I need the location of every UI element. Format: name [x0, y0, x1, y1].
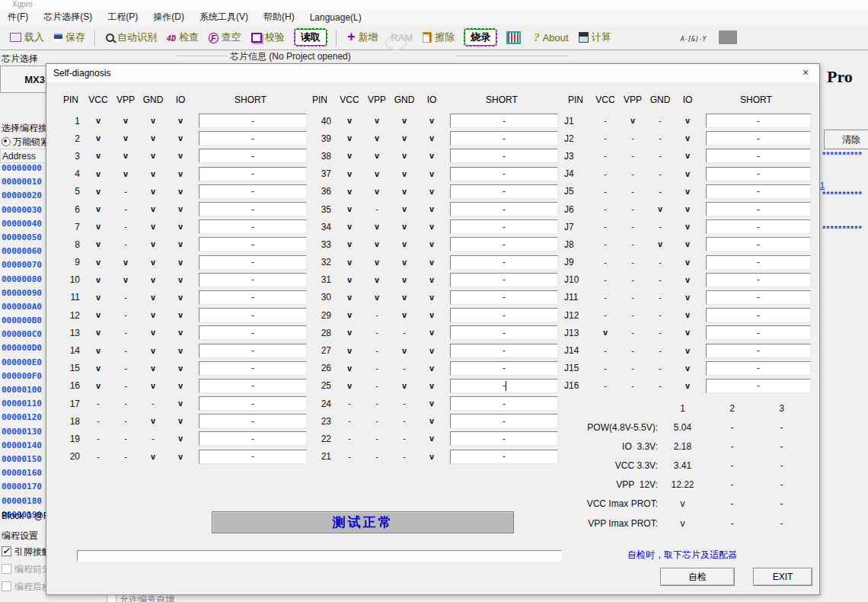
- address-row[interactable]: 00000110: [2, 399, 46, 412]
- address-row[interactable]: 000000A0: [2, 302, 46, 315]
- menu-item[interactable]: 帮助(H): [256, 11, 302, 24]
- toolbar-button-校验[interactable]: 校验: [251, 30, 285, 44]
- short-field[interactable]: -: [450, 149, 558, 163]
- clear-button[interactable]: 清除: [824, 130, 868, 149]
- address-row[interactable]: 000000B0: [2, 315, 46, 329]
- menu-item[interactable]: 件(F): [0, 11, 36, 24]
- address-row[interactable]: 00000040: [2, 219, 46, 232]
- short-field[interactable]: -: [706, 379, 811, 393]
- toolbar-button-擦除[interactable]: 擦除: [423, 30, 455, 44]
- short-field[interactable]: -: [199, 361, 307, 376]
- short-field[interactable]: -: [450, 273, 558, 287]
- toolbar-button-烧录[interactable]: 烧录: [464, 29, 496, 46]
- short-field[interactable]: -: [450, 184, 558, 199]
- short-field[interactable]: -: [199, 414, 307, 428]
- interface-radio[interactable]: 万能锁紧: [2, 136, 46, 149]
- short-field[interactable]: -: [706, 184, 811, 199]
- short-field[interactable]: -: [706, 131, 811, 146]
- short-field[interactable]: -: [706, 273, 811, 287]
- address-row[interactable]: 00000070: [2, 260, 46, 274]
- address-row[interactable]: 000000D0: [2, 343, 46, 357]
- toolbar-button-查空[interactable]: 查空: [209, 30, 241, 44]
- short-field[interactable]: -: [199, 273, 307, 287]
- short-field[interactable]: -: [199, 237, 307, 251]
- short-field[interactable]: -: [450, 344, 558, 358]
- short-field[interactable]: -: [199, 184, 307, 199]
- address-row[interactable]: 00000080: [2, 274, 46, 288]
- short-field[interactable]: -: [450, 414, 558, 428]
- menu-item[interactable]: 芯片选择(S): [36, 11, 100, 24]
- menu-item[interactable]: 系统工具(V): [192, 11, 256, 24]
- short-field[interactable]: -: [706, 361, 811, 376]
- toolbar-button-新增[interactable]: 新增: [347, 30, 378, 44]
- checkbox-erase-before[interactable]: 编程前先: [2, 563, 46, 576]
- short-field[interactable]: -: [199, 255, 307, 270]
- short-field[interactable]: -: [199, 167, 307, 181]
- checkbox-verify-after[interactable]: 编程后校验: [2, 581, 46, 594]
- toolbar-button-检查[interactable]: 检查: [167, 30, 199, 44]
- short-field[interactable]: -: [450, 167, 558, 181]
- short-field[interactable]: -: [706, 202, 811, 216]
- short-field[interactable]: -: [199, 114, 307, 128]
- short-field[interactable]: -: [450, 114, 558, 128]
- address-row[interactable]: 000000F0: [2, 371, 46, 385]
- address-row[interactable]: 00000010: [2, 177, 46, 191]
- short-field[interactable]: -: [706, 255, 811, 270]
- short-field[interactable]: -: [199, 308, 307, 322]
- toolbar-button-载入[interactable]: 载入: [10, 30, 44, 44]
- menu-item[interactable]: 操作(D): [145, 11, 192, 24]
- short-field[interactable]: -: [199, 149, 307, 163]
- short-field[interactable]: -: [706, 149, 811, 163]
- short-field[interactable]: -: [450, 131, 558, 146]
- short-field[interactable]: -: [450, 396, 558, 411]
- short-field[interactable]: -: [199, 379, 307, 393]
- toolbar-button-计算[interactable]: 计算: [579, 30, 611, 44]
- close-icon[interactable]: ×: [799, 66, 812, 78]
- toolbar-button-tv-icon[interactable]: [719, 30, 740, 44]
- short-field[interactable]: -: [450, 379, 558, 393]
- toolbar-button-读取[interactable]: 读取: [295, 29, 327, 46]
- short-field[interactable]: -: [450, 450, 558, 464]
- toolbar-button-保存[interactable]: 保存: [54, 30, 85, 44]
- short-field[interactable]: -: [706, 325, 811, 340]
- address-row[interactable]: 00000100: [2, 385, 46, 399]
- short-field[interactable]: -: [450, 290, 558, 305]
- short-field[interactable]: -: [450, 431, 558, 446]
- self-check-button[interactable]: 自检: [660, 568, 735, 586]
- short-field[interactable]: -: [199, 344, 307, 358]
- short-field[interactable]: -: [450, 308, 558, 322]
- address-row[interactable]: 00000150: [2, 454, 46, 468]
- address-row[interactable]: 00000180: [2, 496, 46, 510]
- short-field[interactable]: -: [706, 167, 811, 181]
- short-field[interactable]: -: [706, 344, 811, 358]
- chip-select-button[interactable]: MX3: [0, 66, 46, 93]
- address-row[interactable]: 00000170: [2, 482, 46, 495]
- toolbar-button-ic-socket-icon[interactable]: [506, 31, 524, 44]
- short-field[interactable]: -: [199, 325, 307, 340]
- address-row[interactable]: 000000C0: [2, 329, 46, 343]
- address-row[interactable]: 00000120: [2, 412, 46, 426]
- short-field[interactable]: -: [199, 431, 307, 446]
- address-row[interactable]: 00000060: [2, 246, 46, 260]
- address-row[interactable]: 00000050: [2, 232, 46, 246]
- short-field[interactable]: -: [199, 290, 307, 305]
- short-field[interactable]: -: [706, 308, 811, 322]
- address-row[interactable]: 00000090: [2, 288, 46, 302]
- address-row[interactable]: 00000000: [2, 163, 46, 177]
- checkbox-pin-contact[interactable]: 引脚接触: [2, 546, 46, 559]
- menu-item[interactable]: 工程(P): [100, 11, 145, 24]
- short-field[interactable]: -: [199, 202, 307, 216]
- toolbar-button-About[interactable]: About: [534, 31, 568, 44]
- address-row[interactable]: 000000E0: [2, 357, 46, 371]
- address-row[interactable]: 00000160: [2, 468, 46, 482]
- address-row[interactable]: 00000020: [2, 191, 46, 204]
- short-field[interactable]: -: [706, 219, 811, 234]
- address-row[interactable]: 00000130: [2, 427, 46, 440]
- toolbar-button-logic-gate-icon[interactable]: [681, 32, 710, 43]
- short-field[interactable]: -: [199, 450, 307, 464]
- exit-button[interactable]: EXIT: [753, 568, 812, 586]
- short-field[interactable]: -: [199, 131, 307, 146]
- short-field[interactable]: -: [450, 237, 558, 251]
- short-field[interactable]: -: [450, 325, 558, 340]
- short-field[interactable]: -: [706, 114, 811, 128]
